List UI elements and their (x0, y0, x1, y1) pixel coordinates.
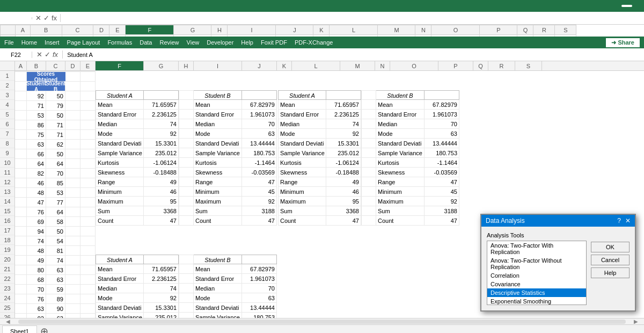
col-header-g[interactable]: G (174, 25, 211, 35)
stat-row: Standard Error 1.961073 (179, 274, 277, 284)
share-button[interactable] (621, 5, 632, 7)
dialog-title: Data Analysis (486, 217, 525, 225)
analysis-tool-item[interactable]: Correlation (487, 271, 586, 280)
foxit-menu[interactable]: Foxit PDF (261, 39, 287, 46)
col-header-n[interactable]: N (415, 25, 431, 35)
col-header-o[interactable]: O (431, 25, 480, 35)
pdfxchange-menu[interactable]: PDF-XChange (295, 39, 333, 46)
view-menu[interactable]: View (187, 39, 200, 46)
stat-row: Minimum 46 (96, 187, 179, 197)
cell-ref2[interactable]: F22 (0, 52, 32, 58)
stat-row: Sum 3368 (96, 206, 179, 216)
col-s[interactable]: S (515, 61, 542, 70)
analysis-tools-label: Analysis Tools (487, 232, 587, 238)
col-header-s[interactable]: S (555, 25, 576, 35)
formulas-menu[interactable]: Formulas (107, 39, 132, 46)
formula-text[interactable]: Student A (63, 52, 97, 58)
col-header-q[interactable]: Q (517, 25, 533, 35)
col-i[interactable]: I (194, 61, 242, 70)
col-header-e[interactable]: E (109, 25, 126, 35)
col-m[interactable]: M (340, 61, 375, 70)
cancel-formula-icon[interactable]: ✕ (35, 14, 41, 22)
col-header-a[interactable]: A (16, 25, 31, 35)
col-k[interactable]: K (277, 61, 292, 70)
table-row: 47 77 (15, 198, 96, 207)
stats-table-b: Student B Mean 67.82979 Standard Error 1… (361, 90, 459, 226)
stat-row: Mean 71.65957 (96, 264, 179, 274)
stat-row: Median 70 (179, 284, 277, 293)
table-row: 76 89 (15, 294, 96, 304)
col-header-p[interactable]: P (480, 25, 517, 35)
analysis-tools-listbox[interactable]: Anova: Two-Factor With ReplicationAnova:… (487, 241, 587, 305)
analysis-tool-item[interactable]: Covariance (487, 280, 586, 288)
col-header-r[interactable]: R (533, 25, 555, 35)
confirm-formula-icon[interactable]: ✓ (43, 14, 49, 22)
confirm-icon[interactable]: ✓ (45, 50, 50, 59)
col-c[interactable]: C (46, 61, 65, 70)
table-row: 69 58 (15, 217, 96, 227)
col-header-f[interactable]: F (126, 25, 174, 35)
col-f[interactable]: F (96, 61, 144, 70)
data-menu[interactable]: Data (140, 39, 152, 46)
stat-row: Maximum 95 (96, 197, 179, 206)
stats-table-pair: Student A Mean 71.65957 Standard Error 2… (278, 90, 459, 226)
stat-row: Mean 67.82979 (179, 100, 277, 110)
col-l[interactable]: L (292, 61, 340, 70)
cell-reference[interactable] (0, 17, 32, 19)
analysis-tool-item[interactable]: Exponential Smoothing (487, 297, 586, 305)
col-header-c[interactable]: C (62, 25, 93, 35)
table-row: 49 74 (15, 256, 96, 265)
col-j[interactable]: J (242, 61, 277, 70)
help-menu[interactable]: Help (241, 39, 253, 46)
col-h[interactable]: H (179, 61, 194, 70)
stat-row: Mode 92 (96, 293, 179, 303)
stat-row: Mode 63 (179, 129, 277, 139)
table-row: 80 63 (15, 265, 96, 275)
stat-row: Mode 92 (278, 129, 361, 139)
col-b[interactable]: B (27, 61, 46, 70)
analysis-tool-item[interactable]: Descriptive Statistics (487, 288, 586, 297)
col-d[interactable]: D (65, 61, 80, 70)
formula-bar: ✕ ✓ fx (0, 12, 644, 25)
col-r[interactable]: R (488, 61, 515, 70)
fx-icon[interactable]: fx (53, 50, 58, 59)
review-menu[interactable]: Review (159, 39, 179, 46)
cancel-icon[interactable]: ✕ (36, 50, 42, 59)
stat-row: Maximum 92 (179, 197, 277, 206)
share-button2[interactable]: ➜ Share (606, 38, 640, 47)
col-header-d[interactable]: D (93, 25, 109, 35)
col-p[interactable]: P (438, 61, 473, 70)
col-header-l[interactable]: L (330, 25, 378, 35)
stat-row: Standard Deviati 13.44444 (179, 139, 277, 148)
insert-function-icon[interactable]: fx (52, 14, 57, 22)
table-row: 64 64 (15, 159, 96, 169)
cancel-button[interactable]: Cancel (591, 255, 630, 265)
dialog-help-icon[interactable]: ? (617, 217, 621, 225)
col-header-i[interactable]: I (228, 25, 276, 35)
dialog-title-bar: Data Analysis ? ✕ (481, 215, 635, 227)
col-a[interactable]: A (15, 61, 27, 70)
dialog-close-icon[interactable]: ✕ (625, 217, 631, 225)
pagelayout-menu[interactable]: Page Layout (67, 39, 100, 46)
developer-menu[interactable]: Developer (207, 39, 233, 46)
analysis-tool-item[interactable]: Anova: Two-Factor Without Replication (487, 256, 586, 271)
analysis-tool-item[interactable]: Anova: Two-Factor With Replication (487, 241, 586, 256)
file-menu[interactable]: File (4, 39, 14, 46)
col-header-j[interactable]: J (276, 25, 313, 35)
col-header-b[interactable]: B (31, 25, 62, 35)
col-n[interactable]: N (375, 61, 390, 70)
formula-content[interactable] (61, 17, 644, 19)
col-header-k[interactable]: K (313, 25, 330, 35)
ok-button[interactable]: OK (591, 242, 630, 252)
home-menu[interactable]: Home (21, 39, 37, 46)
col-e[interactable]: E (80, 61, 96, 70)
col-o[interactable]: O (390, 61, 438, 70)
col-header-h[interactable]: H (211, 25, 228, 35)
insert-menu[interactable]: Insert (45, 39, 60, 46)
col-header-m[interactable]: M (378, 25, 415, 35)
help-button[interactable]: Help (591, 267, 630, 278)
col-g[interactable]: G (144, 61, 179, 70)
col-q[interactable]: Q (473, 61, 488, 70)
stat-row: Range 47 (179, 177, 277, 187)
stat-row: Median 70 (361, 119, 459, 129)
